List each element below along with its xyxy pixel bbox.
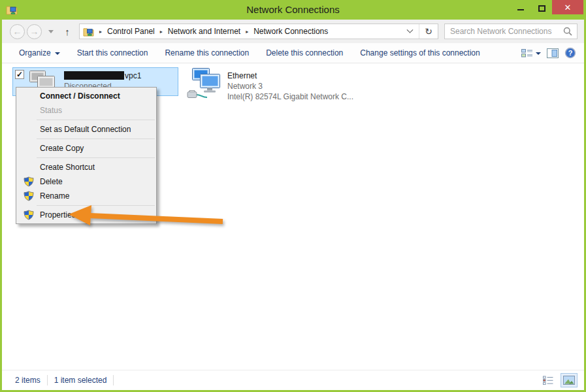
address-dropdown-icon[interactable] <box>407 26 414 33</box>
search-icon[interactable] <box>563 27 572 36</box>
command-bar: Organize Start this connection Rename th… <box>2 43 584 63</box>
location-icon <box>83 27 94 37</box>
help-icon <box>564 47 576 59</box>
menu-item-delete[interactable]: Delete <box>16 174 156 189</box>
check-icon: ✓ <box>16 70 23 79</box>
uac-shield-icon <box>24 210 34 220</box>
back-button[interactable]: ← <box>10 24 25 39</box>
forward-icon: → <box>30 26 39 37</box>
maximize-icon <box>538 5 545 12</box>
menu-label: Create Copy <box>40 144 84 153</box>
app-icon <box>6 5 18 15</box>
status-view-toggles <box>540 373 578 387</box>
status-divider <box>47 375 48 385</box>
window-title: Network Connections <box>0 0 586 20</box>
menu-label: Delete <box>40 177 63 186</box>
toolbar-right-icons <box>521 47 584 59</box>
close-icon: ✕ <box>564 3 572 12</box>
forward-button[interactable]: → <box>27 24 42 39</box>
uac-shield-icon <box>24 176 34 187</box>
menu-item-rename[interactable]: Rename <box>16 189 156 203</box>
search-box <box>444 24 578 39</box>
close-button[interactable]: ✕ <box>552 0 583 14</box>
change-settings-button[interactable]: Change settings of this connection <box>351 43 488 63</box>
selection-count: 1 item selected <box>54 376 107 385</box>
ethernet-icon-wrap <box>187 65 227 103</box>
menu-separator <box>37 157 155 158</box>
menu-item-status: Status <box>16 103 156 118</box>
menu-label: Properties <box>40 210 76 220</box>
address-bar-controls: ↻ <box>404 24 438 39</box>
change-settings-label: Change settings of this connection <box>360 48 480 57</box>
ethernet-network: Network 3 <box>227 81 353 91</box>
menu-label: Rename <box>40 191 69 201</box>
minimize-button[interactable] <box>513 0 529 14</box>
maximize-button[interactable] <box>534 0 549 14</box>
address-bar[interactable]: ▸ Control Panel ▸ Network and Internet ▸… <box>79 24 438 39</box>
up-button[interactable]: ↑ <box>59 26 75 37</box>
breadcrumb-network-connections[interactable]: Network Connections <box>253 27 328 36</box>
organize-label: Organize <box>19 48 51 57</box>
chevron-down-icon <box>55 52 60 55</box>
menu-item-properties[interactable]: Properties <box>16 208 156 222</box>
search-input[interactable] <box>445 27 563 36</box>
breadcrumb-separator-icon: ▸ <box>246 29 248 35</box>
breadcrumb-network-and-internet[interactable]: Network and Internet <box>168 27 240 36</box>
refresh-button[interactable]: ↻ <box>419 26 438 37</box>
breadcrumb-control-panel[interactable]: Control Panel <box>107 27 155 36</box>
refresh-icon: ↻ <box>425 26 432 37</box>
ethernet-name: Ethernet <box>227 71 353 81</box>
redacted-name <box>64 71 124 80</box>
file-list-area[interactable]: ✓ vpc1 Disconnected Ethernet Network 3 I… <box>2 63 584 370</box>
start-connection-button[interactable]: Start this connection <box>69 43 157 63</box>
menu-separator <box>37 139 155 139</box>
connection-name: vpc1 <box>64 71 141 81</box>
menu-separator <box>37 205 155 206</box>
large-icons-view-icon <box>563 376 575 385</box>
details-view-button[interactable] <box>540 373 557 387</box>
back-icon: ← <box>13 26 22 37</box>
preview-pane-icon <box>547 48 559 58</box>
minimize-icon <box>517 9 524 10</box>
preview-pane-button[interactable] <box>547 48 559 58</box>
status-bar: 2 items 1 item selected <box>2 370 584 390</box>
menu-separator <box>37 120 155 120</box>
context-menu: Connect / Disconnect Status Set as Defau… <box>16 87 157 224</box>
up-icon: ↑ <box>65 26 70 37</box>
delete-connection-label: Delete this connection <box>266 48 343 57</box>
breadcrumb-separator-icon: ▸ <box>99 29 102 35</box>
item-checkbox[interactable]: ✓ <box>15 70 24 79</box>
organize-button[interactable]: Organize <box>10 43 69 63</box>
menu-label: Connect / Disconnect <box>40 91 120 101</box>
menu-item-connect-disconnect[interactable]: Connect / Disconnect <box>16 89 156 103</box>
chevron-down-icon <box>536 52 541 55</box>
large-icons-view-button[interactable] <box>561 373 578 387</box>
uac-shield-icon <box>24 191 34 201</box>
ethernet-network-icon <box>187 68 223 101</box>
rename-connection-label: Rename this connection <box>165 48 249 57</box>
menu-item-create-shortcut[interactable]: Create Shortcut <box>16 160 156 174</box>
connection-item-ethernet[interactable]: Ethernet Network 3 Intel(R) 82574L Gigab… <box>187 65 353 103</box>
view-icon <box>521 48 533 57</box>
connection-name-suffix: vpc1 <box>125 71 141 80</box>
delete-connection-button[interactable]: Delete this connection <box>257 43 351 63</box>
start-connection-label: Start this connection <box>77 48 148 57</box>
help-button[interactable] <box>564 47 576 59</box>
change-view-button[interactable] <box>521 48 541 57</box>
client-area: ← → ↑ ▸ Control Panel ▸ Network and Inte… <box>2 20 584 390</box>
menu-label: Create Shortcut <box>40 163 95 172</box>
ethernet-text: Ethernet Network 3 Intel(R) 82574L Gigab… <box>227 65 353 103</box>
network-connections-window: Network Connections ✕ ← → ↑ ▸ Control Pa… <box>0 0 586 392</box>
menu-item-create-copy[interactable]: Create Copy <box>16 141 156 155</box>
rename-connection-button[interactable]: Rename this connection <box>156 43 257 63</box>
menu-label: Status <box>40 106 62 115</box>
menu-item-set-default-connection[interactable]: Set as Default Connection <box>16 122 156 137</box>
navigation-bar: ← → ↑ ▸ Control Panel ▸ Network and Inte… <box>2 20 584 43</box>
items-count: 2 items <box>15 376 41 385</box>
menu-label: Set as Default Connection <box>40 125 131 134</box>
status-divider <box>113 375 114 385</box>
recent-locations-dropdown[interactable] <box>48 30 54 33</box>
breadcrumb-separator-icon: ▸ <box>160 29 163 35</box>
ethernet-device: Intel(R) 82574L Gigabit Network C... <box>227 91 353 102</box>
titlebar[interactable]: Network Connections ✕ <box>0 0 586 20</box>
